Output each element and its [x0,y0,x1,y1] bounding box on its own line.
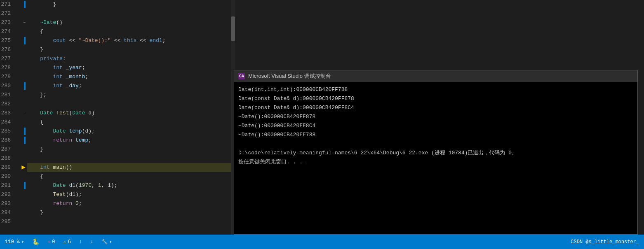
zoom-dropdown-icon[interactable]: ▾ [21,240,24,244]
gutter-cell: − [17,18,26,27]
line-number: 293 [0,199,14,208]
code-line: int main() [27,163,235,172]
code-line [27,154,235,163]
line-number: 278 [0,63,14,72]
gutter-cell [17,154,26,163]
down-arrow-item[interactable]: ↓ [90,239,93,245]
editor-area: 2712722732742752762772782792802812822832… [0,0,644,235]
line-number: 294 [0,208,14,217]
line-number: 279 [0,72,14,81]
line-number: 274 [0,27,14,36]
gutter-cell: ▶ [17,163,26,172]
line-number: 291 [0,181,14,190]
scrollbar-thumb[interactable] [231,16,235,41]
gutter-cell: − [17,109,26,118]
console-line: ~Date():000000CB420FF878 [238,112,633,121]
gutter-cell [17,199,26,208]
error-item[interactable]: ✕ 0 [47,239,55,245]
status-bar: 110 % ▾ 🐍 ✕ 0 ⚠ 6 ↑ ↓ 🔧 ▾ CSDN @s_little… [0,235,644,249]
up-arrow-item[interactable]: ↑ [79,239,82,245]
line-number: 282 [0,100,14,109]
line-number: 288 [0,154,14,163]
warning-item[interactable]: ⚠ 6 [63,239,71,245]
code-line: } [27,0,235,9]
tools-icon: 🔧 [101,239,108,245]
line-number: 292 [0,190,14,199]
code-line: } [27,208,235,217]
code-line: return temp; [27,136,235,145]
console-line: 按任意键关闭此窗口. . ._ [238,158,633,167]
python-icon: 🐍 [32,238,39,245]
tools-dropdown[interactable]: ▾ [109,240,112,244]
line-number: 295 [0,217,14,226]
csdn-credit: CSDN @s_little_monster_ [571,239,639,245]
line-number: 271 [0,0,14,9]
zoom-level[interactable]: 110 % ▾ [5,239,24,245]
console-icon-text: CA [239,74,244,79]
main-container: 2712722732742752762772782792802812822832… [0,0,644,249]
console-line: Date(int,int,int):000000CB420FF788 [238,85,633,94]
python-icon-item[interactable]: 🐍 [32,238,39,245]
gutter-cell [17,136,26,145]
gutter-cell [17,27,26,36]
gutter-cell [17,127,26,136]
code-line: int _day; [27,81,235,91]
gutter-cell [17,190,26,199]
console-line: D:\code\relatively-meaningful-names\6_22… [238,149,633,158]
line-number: 276 [0,45,14,54]
code-line: int _year; [27,63,235,72]
gutter-cell [17,217,26,226]
code-line: { [27,27,235,36]
console-line: ~Date():000000CB420FF8C4 [238,121,633,130]
code-line [27,9,235,18]
warning-count: 6 [68,239,71,245]
code-line: private: [27,54,235,63]
console-body: Date(int,int,int):000000CB420FF788Date(c… [234,82,637,234]
error-count: 0 [52,239,55,245]
line-number: 277 [0,54,14,63]
code-line: Test(d1); [27,190,235,199]
gutter-cell [17,100,26,109]
gutter-cell [17,45,26,54]
warning-icon: ⚠ [63,239,66,245]
gutter-cell [17,54,26,63]
line-number: 290 [0,172,14,181]
line-number: 283 [0,109,14,118]
console-titlebar: CA Microsoft Visual Studio 调试控制台 [234,70,637,82]
code-line: Date Test(Date d) [27,109,235,118]
line-number: 275 [0,36,14,45]
gutter-cell [17,72,26,81]
tools-item[interactable]: 🔧 ▾ [101,239,112,245]
console-line: ~Date():000000CB420FF788 [238,130,633,140]
code-line [27,100,235,109]
code-lines: } ~Date() { cout << "~Date():" << this <… [26,0,235,235]
gutter-cell [17,145,26,154]
code-line: Date d1(1970, 1, 1); [27,181,235,190]
code-line: return 0; [27,199,235,208]
line-number: 273 [0,18,14,27]
gutter-cell [17,118,26,127]
code-line: { [27,172,235,181]
line-number: 280 [0,81,14,91]
line-numbers: 2712722732742752762772782792802812822832… [0,0,17,235]
code-panel: 2712722732742752762772782792802812822832… [0,0,235,235]
gutter-cell [17,172,26,181]
gutter-cell [17,81,26,91]
code-line [27,217,235,226]
csdn-text: CSDN @s_little_monster_ [571,239,639,245]
line-number: 286 [0,136,14,145]
line-number: 287 [0,145,14,154]
gutter-cell [17,91,26,100]
line-number: 285 [0,127,14,136]
gutter-cell [17,36,26,45]
down-arrow-icon: ↓ [90,239,93,245]
gutter-cell [17,208,26,217]
console-icon: CA [238,73,245,79]
console-line [238,140,633,149]
console-title: Microsoft Visual Studio 调试控制台 [248,72,331,80]
line-number: 284 [0,118,14,127]
code-line: }; [27,91,235,100]
error-icon: ✕ [47,239,50,245]
code-line: } [27,145,235,154]
code-content: 2712722732742752762772782792802812822832… [0,0,235,235]
